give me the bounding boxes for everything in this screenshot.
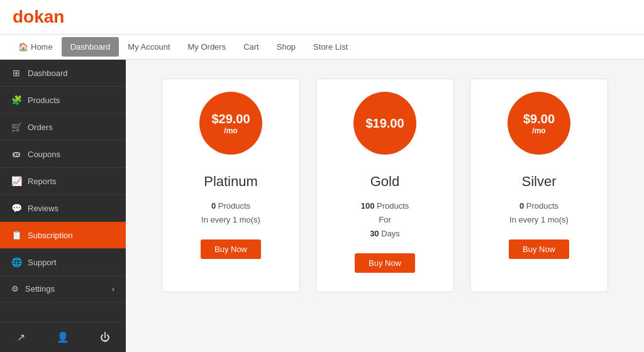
home-icon: 🏠 [18, 42, 28, 52]
silver-buy-button[interactable]: Buy Now [509, 239, 569, 259]
sidebar-item-orders[interactable]: 🛒 Orders [0, 114, 126, 141]
platinum-per: /mo [224, 126, 237, 135]
nav-item-cart[interactable]: Cart [235, 37, 268, 57]
platinum-price-badge: $29.00 /mo [199, 92, 262, 155]
gold-buy-button[interactable]: Buy Now [355, 253, 415, 273]
sidebar-item-settings[interactable]: ⚙ Settings › [0, 276, 126, 302]
sidebar: ⊞ Dashboard 🧩 Products 🛒 Orders 🎟 Coupon… [0, 60, 126, 352]
settings-arrow-icon: › [112, 284, 114, 294]
platinum-plan-details: 0 Products In every 1 mo(s) [201, 199, 260, 227]
gold-price-badge: $19.00 [353, 92, 416, 155]
nav-item-my-orders[interactable]: My Orders [179, 37, 235, 57]
dashboard-icon: ⊞ [11, 68, 21, 78]
subscription-plans: $29.00 /mo Platinum 0 Products In every … [151, 79, 619, 292]
main-layout: ⊞ Dashboard 🧩 Products 🛒 Orders 🎟 Coupon… [0, 60, 644, 352]
sidebar-item-reports[interactable]: 📈 Reports [0, 168, 126, 195]
silver-price-badge: $9.00 /mo [508, 92, 570, 155]
sidebar-item-products[interactable]: 🧩 Products [0, 87, 126, 114]
main-content: $29.00 /mo Platinum 0 Products In every … [126, 60, 644, 352]
top-nav: 🏠 Home Dashboard My Account My Orders Ca… [0, 35, 644, 60]
plan-card-platinum: $29.00 /mo Platinum 0 Products In every … [162, 79, 300, 292]
sidebar-item-reviews[interactable]: 💬 Reviews [0, 195, 126, 222]
silver-plan-details: 0 Products In every 1 mo(s) [509, 199, 569, 227]
plan-card-gold: $19.00 Gold 100 Products For 30 Days Buy… [316, 79, 454, 292]
nav-item-store-list[interactable]: Store List [304, 37, 357, 57]
platinum-buy-button[interactable]: Buy Now [201, 239, 261, 259]
header: dokan [0, 0, 644, 35]
gold-plan-details: 100 Products For 30 Days [361, 199, 409, 241]
gold-plan-name: Gold [370, 173, 399, 190]
reports-icon: 📈 [11, 176, 21, 186]
platinum-plan-name: Platinum [204, 173, 258, 190]
sidebar-item-dashboard[interactable]: ⊞ Dashboard [0, 60, 126, 87]
nav-item-home[interactable]: 🏠 Home [9, 37, 62, 57]
sidebar-logout[interactable]: ⏻ [84, 322, 126, 352]
sidebar-item-subscription[interactable]: 📋 Subscription [0, 222, 126, 249]
nav-item-dashboard[interactable]: Dashboard [62, 37, 119, 57]
orders-icon: 🛒 [11, 122, 21, 132]
platinum-price: $29.00 [211, 111, 250, 126]
logo-text: okan [23, 7, 64, 26]
power-icon: ⏻ [100, 332, 110, 343]
sidebar-user-profile[interactable]: 👤 [42, 322, 84, 352]
subscription-icon: 📋 [11, 230, 21, 240]
silver-price: $9.00 [523, 111, 555, 126]
reviews-icon: 💬 [11, 203, 21, 213]
sidebar-item-support[interactable]: 🌐 Support [0, 249, 126, 276]
products-icon: 🧩 [11, 95, 21, 105]
plan-card-silver: $9.00 /mo Silver 0 Products In every 1 m… [470, 79, 608, 292]
external-link-icon: ↗ [17, 331, 25, 343]
nav-item-my-account[interactable]: My Account [119, 37, 179, 57]
sidebar-external-link[interactable]: ↗ [0, 322, 42, 352]
settings-icon: ⚙ [11, 284, 19, 294]
logo-accent: d [13, 7, 23, 26]
sidebar-bottom: ↗ 👤 ⏻ [0, 322, 126, 352]
sidebar-item-coupons[interactable]: 🎟 Coupons [0, 141, 126, 168]
coupons-icon: 🎟 [11, 149, 21, 159]
silver-per: /mo [532, 126, 545, 135]
support-icon: 🌐 [11, 257, 21, 267]
nav-item-shop[interactable]: Shop [268, 37, 304, 57]
user-icon: 👤 [57, 331, 69, 343]
gold-price: $19.00 [365, 116, 404, 131]
logo: dokan [13, 7, 64, 27]
silver-plan-name: Silver [521, 173, 556, 190]
